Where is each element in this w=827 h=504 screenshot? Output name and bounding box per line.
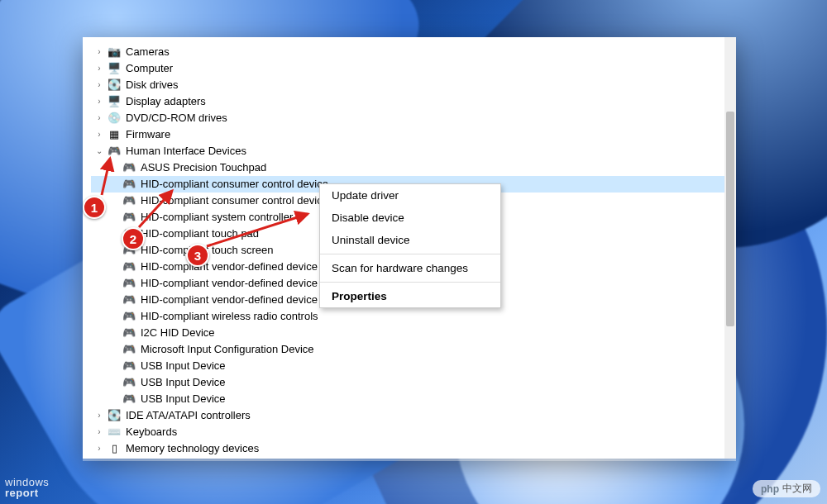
step-badge-3: 3 [186,244,209,267]
device-icon: 🎮 [122,326,136,340]
menu-item-scan-for-hardware-changes[interactable]: Scan for hardware changes [320,257,500,279]
device-icon: 🎮 [122,277,136,290]
expand-chevron-icon[interactable] [94,78,104,92]
menu-item-update-driver[interactable]: Update driver [320,184,500,207]
device-icon: 💿 [108,112,121,125]
device-icon: 🖥️ [108,95,121,108]
expand-chevron-icon[interactable] [94,442,104,455]
menu-separator [320,254,500,254]
menu-item-properties[interactable]: Properties [320,285,500,307]
tree-category[interactable]: 💽IDE ATA/ATAPI controllers [91,407,733,424]
context-menu: Update driverDisable deviceUninstall dev… [319,183,501,308]
tree-item-label: Display adapters [124,93,208,110]
expand-chevron-icon[interactable] [94,128,104,141]
tree-category[interactable]: 🎮Human Interface Devices [91,143,733,159]
menu-separator [320,282,500,283]
tree-device-item[interactable]: 🎮USB Input Device [91,374,733,391]
device-icon: 🎮 [122,343,136,356]
watermark-windows-report: windows report [5,477,49,499]
tree-category[interactable]: 💿DVD/CD-ROM drives [91,110,733,126]
tree-category[interactable]: 🖥️Computer [91,60,733,77]
tree-category[interactable]: ▦Firmware [91,126,733,143]
tree-item-label: Firmware [124,126,172,143]
tree-device-item[interactable]: 🎮I2C HID Device [91,325,733,341]
tree-item-label: Microsoft Input Configuration Device [139,341,316,358]
device-icon: 🎮 [122,260,136,273]
tree-item-label: HID-compliant touch pad [139,226,261,242]
watermark-line1: windows [5,477,49,488]
tree-item-label: Cameras [124,44,171,60]
tree-item-label: Disk drives [124,77,180,93]
device-icon: 🎮 [122,211,136,224]
scroll-thumb[interactable] [726,112,734,326]
expand-chevron-icon[interactable] [94,409,104,422]
device-icon: 🖥️ [108,62,121,75]
device-icon: 💽 [108,409,121,422]
expand-chevron-icon[interactable] [94,426,104,439]
tree-item-label: HID-compliant system controller [139,209,294,226]
step-badge-1: 1 [83,196,106,219]
tree-category[interactable]: 🖥️Display adapters [91,93,733,110]
expand-chevron-icon[interactable] [94,112,104,125]
device-icon: ⌨️ [108,426,121,439]
menu-item-disable-device[interactable]: Disable device [320,207,500,229]
tree-item-label: HID-compliant vendor-defined device [139,292,319,308]
tree-item-label: HID-compliant wireless radio controls [139,308,320,325]
device-icon: 🎮 [122,293,136,307]
step-badge-2: 2 [122,227,145,250]
expand-chevron-icon[interactable] [94,95,104,108]
tree-category[interactable]: ▯Memory technology devices [91,440,733,457]
tree-device-item[interactable]: 🎮USB Input Device [91,391,733,407]
tree-item-label: IDE ATA/ATAPI controllers [124,407,252,424]
tree-item-label: I2C HID Device [139,325,217,341]
tree-device-item[interactable]: 🎮HID-compliant wireless radio controls [91,308,733,325]
tree-item-label: Human Interface Devices [124,143,248,159]
tree-item-label: DVD/CD-ROM drives [124,110,229,126]
tree-item-label: Keyboards [124,424,179,440]
menu-item-uninstall-device[interactable]: Uninstall device [320,229,500,251]
device-icon: 🎮 [122,392,136,406]
tree-item-label: HID-compliant consumer control device [139,176,330,193]
watermark-text: 中文网 [782,482,812,496]
watermark-line2: report [5,487,49,499]
device-icon: 🎮 [122,178,136,191]
tree-item-label: HID-compliant vendor-defined device [139,275,319,292]
tree-item-label: USB Input Device [139,358,227,374]
tree-device-item[interactable]: 🎮Microsoft Input Configuration Device [91,341,733,358]
tree-item-label: ASUS Precision Touchpad [139,159,268,176]
tree-category[interactable]: 📷Cameras [91,44,733,60]
expand-chevron-icon[interactable] [94,145,104,158]
tree-item-label: USB Input Device [139,391,227,407]
expand-chevron-icon[interactable] [94,45,104,59]
tree-item-label: HID-compliant consumer control device [139,193,330,209]
watermark-brand: php [761,483,779,495]
device-icon: 🎮 [122,194,136,207]
screenshot-divider [83,459,736,461]
tree-device-item[interactable]: 🎮ASUS Precision Touchpad [91,159,733,176]
tree-category[interactable]: ⌨️Keyboards [91,424,733,440]
tree-item-label: HID-compliant vendor-defined device [139,259,319,275]
tree-item-label: USB Input Device [139,374,227,391]
watermark-php-cn: php 中文网 [753,480,820,497]
device-icon: 🎮 [122,376,136,389]
device-icon: 🎮 [122,161,136,174]
tree-item-label: Memory technology devices [124,440,261,457]
tree-item-label: Computer [124,60,174,77]
vertical-scrollbar[interactable] [724,37,736,459]
device-icon: ▦ [108,128,121,141]
tree-category[interactable]: 💽Disk drives [91,77,733,93]
device-icon: 💽 [108,78,121,92]
device-icon: 📷 [108,45,121,59]
device-icon: ▯ [108,442,121,455]
device-icon: 🎮 [122,359,136,373]
device-icon: 🎮 [122,310,136,323]
tree-device-item[interactable]: 🎮USB Input Device [91,358,733,374]
device-icon: 🎮 [108,145,121,158]
expand-chevron-icon[interactable] [94,62,104,75]
